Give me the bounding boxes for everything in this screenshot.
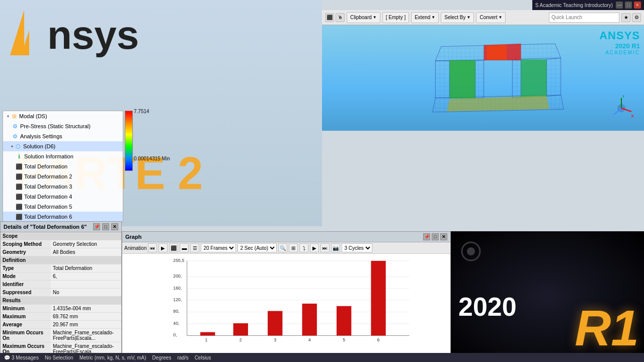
details-pin-button[interactable]: 📌 — [93, 223, 100, 230]
tree-label-sol-info: Solution Information — [24, 153, 73, 159]
anim-back-button[interactable]: ⏮ — [148, 243, 157, 252]
details-value: No — [51, 289, 121, 297]
close-button[interactable]: ✕ — [634, 2, 641, 9]
tree-label-deform6: Total Deformation 6 — [24, 214, 72, 220]
anim-list-icon[interactable]: ☰ — [190, 243, 199, 252]
cycles-select[interactable]: 3 Cycles — [342, 243, 372, 252]
frames-select[interactable]: 20 Frames — [201, 243, 236, 252]
svg-marker-3 — [546, 58, 560, 97]
tree-analysis-icon: ⚙ — [11, 122, 19, 130]
promo-r1: R1 — [575, 299, 639, 357]
toolbar-icon-r1[interactable]: ★ — [621, 13, 630, 22]
animation-toolbar: Animation ⏮ ▶ ⬛ ▬ ☰ 20 Frames 2 Sec (Aut… — [122, 242, 450, 254]
anim-play2-icon[interactable]: ▶ — [310, 243, 319, 252]
svg-rect-40 — [337, 306, 351, 336]
mesh-viewport — [362, 35, 634, 121]
status-metric: Metric (mm, kg, N, s, mV, mA) — [79, 355, 146, 360]
graph-close-button[interactable]: ✕ — [440, 233, 447, 240]
details-title: Details of "Total Deformation 6" — [4, 224, 87, 230]
svg-text:160,: 160, — [173, 286, 182, 291]
tree-deform-icon-2: ⬛ — [15, 172, 23, 180]
svg-text:6: 6 — [377, 337, 380, 342]
svg-rect-32 — [200, 332, 215, 336]
svg-text:3: 3 — [274, 337, 276, 342]
tree-label-deform4: Total Deformation 4 — [24, 194, 72, 200]
tree-item-analysis-settings[interactable]: ⚙ Analysis Settings — [3, 131, 123, 141]
anim-export-icon[interactable]: ⤵ — [299, 243, 308, 252]
anim-play-button[interactable]: ▶ — [158, 243, 168, 252]
degrees-text: Degrees — [152, 355, 172, 360]
anim-bar-icon[interactable]: ▬ — [180, 243, 189, 252]
svg-text:120,: 120, — [173, 297, 182, 302]
chart-area: 255,5 200, 160, 120, 80, 40, 0, 1 2 — [122, 254, 450, 355]
tree-item-modal[interactable]: ▾ ⊞ Modal (DS) — [3, 111, 123, 121]
tree-solution-icon: ⬡ — [14, 142, 22, 150]
toolbar-icon-r2[interactable]: ⚙ — [632, 13, 641, 22]
tree-item-prestress[interactable]: ⚙ Pre-Stress (Static Structural) — [3, 121, 123, 131]
details-key: Maximum — [1, 313, 51, 321]
details-value: Machine_Frame_escalado-FreeParts|Escala.… — [51, 329, 121, 342]
toolbar-right-icons: ★ ⚙ — [621, 13, 641, 22]
graph-header: Graph 📌 □ ✕ — [122, 232, 450, 242]
details-key: Minimum — [1, 305, 51, 313]
tree-label-deform2: Total Deformation 2 — [24, 173, 72, 179]
tree-item-deform3[interactable]: ⬛ Total Deformation 3 — [3, 182, 123, 192]
window-title: S Academic Teaching Introductory) — [535, 3, 613, 8]
tree-item-deform4[interactable]: ⬛ Total Deformation 4 — [3, 192, 123, 202]
graph-pin-button[interactable]: 📌 — [423, 233, 430, 240]
convert-button[interactable]: Convert ▼ — [476, 12, 506, 23]
svg-marker-4 — [475, 60, 484, 99]
details-float-button[interactable]: □ — [102, 223, 109, 230]
anim-zoom-icon[interactable]: 🔍 — [278, 243, 287, 252]
message-icon: 💬 — [4, 355, 10, 360]
status-celsius: Celsius — [195, 355, 211, 360]
tree-item-deform2[interactable]: ⬛ Total Deformation 2 — [3, 171, 123, 182]
tree-label-deform1: Total Deformation — [24, 163, 67, 169]
rads-text: rad/s — [177, 355, 188, 360]
status-rads: rad/s — [177, 355, 188, 360]
tree-info-icon: ℹ — [15, 152, 23, 160]
details-section-header: Scope — [1, 232, 121, 240]
quick-launch-input[interactable] — [549, 13, 619, 23]
details-close-button[interactable]: ✕ — [111, 223, 118, 230]
details-panel: Details of "Total Deformation 6" 📌 □ ✕ S… — [0, 221, 122, 362]
graph-title: Graph — [125, 234, 141, 240]
animation-label: Animation — [124, 245, 146, 251]
3d-viewport[interactable]: ANSYS 2020 R1 ACADEMIC — [322, 25, 644, 131]
celsius-text: Celsius — [195, 355, 211, 360]
clipboard-button[interactable]: Clipboard ▼ — [347, 12, 380, 23]
details-value: All Bodies — [51, 248, 121, 256]
tree-item-solution-info[interactable]: ℹ Solution Information — [3, 151, 123, 161]
details-value: 20.967 mm — [51, 321, 121, 329]
tree-item-deform6[interactable]: ⬛ Total Deformation 6 — [3, 212, 123, 222]
anim-stop-button[interactable]: ⬛ — [169, 243, 178, 252]
toolbar-icon-2[interactable]: 🖱 — [336, 13, 345, 22]
svg-text:1: 1 — [205, 337, 207, 342]
graph-float-button[interactable]: □ — [432, 233, 439, 240]
left-panel: nsys PARTE 2 ▾ ⊞ Modal (DS) ⚙ Pre-Stress… — [0, 0, 322, 226]
tree-item-solution[interactable]: ▾ ⬡ Solution (D6) — [3, 141, 123, 151]
selection-text: No Selection — [45, 355, 73, 360]
select-by-arrow: ▼ — [467, 15, 471, 20]
sec-select[interactable]: 2 Sec (Auto) — [237, 243, 277, 252]
tree-item-deform5[interactable]: ⬛ Total Deformation 5 — [3, 202, 123, 212]
empty-button[interactable]: [ Empty ] — [382, 12, 409, 23]
toolbar-icon-1[interactable]: ⬛ — [325, 13, 334, 22]
anim-snap-icon[interactable]: 📷 — [331, 243, 340, 252]
minimize-button[interactable]: — — [616, 2, 623, 9]
maximize-button[interactable]: □ — [625, 2, 632, 9]
details-value: 69.762 mm — [51, 313, 121, 321]
select-by-button[interactable]: Select By ▼ — [441, 12, 474, 23]
bar-chart-svg: 255,5 200, 160, 120, 80, 40, 0, 1 2 — [137, 257, 445, 345]
tree-item-deform1[interactable]: ⬛ Total Deformation — [3, 161, 123, 171]
svg-marker-5 — [512, 59, 521, 98]
details-section-header: Definition — [1, 256, 121, 264]
gear-decoration — [456, 236, 486, 266]
main-toolbar: ⬛ 🖱 Clipboard ▼ [ Empty ] Extend ▼ Selec… — [322, 10, 644, 25]
anim-forward-icon[interactable]: ⏭ — [320, 243, 330, 252]
anim-zoom2-icon[interactable]: ⊞ — [289, 243, 298, 252]
svg-point-45 — [467, 247, 475, 255]
messages-text: 3 Messages — [12, 355, 39, 360]
details-key: Mode — [1, 273, 51, 281]
extend-button[interactable]: Extend ▼ — [411, 12, 439, 23]
